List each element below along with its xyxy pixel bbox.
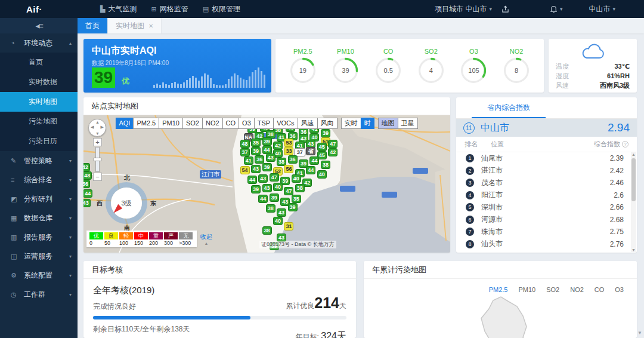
station-marker[interactable]: 43	[258, 174, 268, 183]
pan-down-icon[interactable]: ▼	[95, 131, 100, 136]
station-marker[interactable]: 42	[273, 142, 283, 150]
station-marker[interactable]: 43	[83, 199, 91, 207]
station-marker[interactable]: 38	[321, 161, 330, 169]
nav-item[interactable]: ▤权限管理	[196, 0, 247, 18]
sidebar-group[interactable]: ⚙系统配置▾	[0, 266, 78, 285]
map-pollutant-button[interactable]: PM2.5	[133, 118, 159, 129]
station-map[interactable]: AQIPM2.5PM10SO2NO2COO3TSPVOCs风速风向实时时地图卫星…	[83, 115, 450, 253]
ranking-row[interactable]: 3茂名市2.46	[456, 177, 637, 189]
station-marker[interactable]: 47	[328, 140, 338, 148]
tab-close-icon[interactable]: ✕	[148, 23, 153, 29]
station-marker[interactable]: 43	[262, 184, 272, 192]
zoom-track[interactable]	[95, 147, 100, 172]
map-pollutant-button[interactable]: 风速	[298, 118, 318, 129]
pollutant-tab[interactable]: PM10	[518, 286, 535, 293]
ranking-row[interactable]: 5深圳市2.66	[456, 201, 637, 214]
station-marker[interactable]: 40	[273, 183, 283, 191]
pollutant-tab[interactable]: NO2	[570, 286, 584, 293]
station-marker[interactable]: 44	[258, 195, 268, 203]
sidebar-group[interactable]: ◩分析研判▾	[0, 189, 78, 208]
station-marker[interactable]: 39	[321, 129, 330, 137]
scroll-up-icon[interactable]: ▲	[631, 152, 636, 156]
station-marker[interactable]: 47	[284, 187, 293, 195]
sidebar-group[interactable]: ▦数据仓库▾	[0, 208, 78, 228]
station-marker[interactable]: 44	[309, 156, 319, 165]
scroll-down-icon[interactable]: ▼	[631, 248, 636, 252]
station-marker[interactable]: 37	[240, 148, 250, 156]
station-marker[interactable]: 36	[288, 155, 298, 164]
station-marker[interactable]: 39	[251, 147, 261, 155]
station-marker[interactable]: 43	[266, 153, 275, 162]
map-pollutant-button[interactable]: 风向	[317, 118, 338, 129]
pollutant-tab[interactable]: CO	[595, 286, 605, 293]
map-pollutant-button[interactable]: O3	[239, 118, 255, 129]
station-marker[interactable]: 39	[270, 193, 279, 202]
sidebar-item[interactable]: 实时地图	[0, 92, 78, 112]
station-marker[interactable]: 42	[83, 163, 90, 171]
station-marker[interactable]: 56	[83, 180, 90, 188]
map-pollutant-button[interactable]: CO	[222, 118, 240, 129]
station-marker[interactable]: 45	[317, 143, 327, 151]
station-marker[interactable]: 54	[240, 166, 250, 174]
station-marker[interactable]: 42	[328, 148, 338, 156]
help-icon[interactable]: ?	[622, 141, 628, 148]
sidebar-group[interactable]: ✎管控策略▾	[0, 151, 78, 170]
station-marker[interactable]: 38	[262, 226, 272, 235]
ranking-row[interactable]: 7珠海市2.75	[456, 226, 637, 238]
map-time-button[interactable]: 时	[361, 118, 374, 129]
station-marker[interactable]: 40	[292, 174, 301, 183]
pollutant-tab[interactable]: PM2.5	[489, 286, 508, 293]
station-marker[interactable]: 38	[266, 204, 275, 213]
station-marker[interactable]: 33	[284, 147, 293, 155]
sidebar-item[interactable]: 污染日历	[0, 131, 78, 151]
scroll-down-icon[interactable]: ▼	[637, 330, 642, 336]
map-pollutant-button[interactable]: NO2	[202, 118, 223, 129]
station-marker[interactable]: 40	[273, 217, 283, 225]
station-marker[interactable]: 39	[251, 185, 261, 193]
tab[interactable]: 实时地图✕	[108, 18, 162, 33]
station-marker[interactable]: 56	[284, 165, 293, 173]
legend-collapse-button[interactable]: 收起 ▲	[200, 233, 212, 245]
pan-up-icon[interactable]: ▲	[95, 120, 100, 124]
user-city-dropdown[interactable]: 中山市 ▾	[589, 4, 615, 14]
station-marker[interactable]: 39	[262, 163, 272, 171]
sidebar-group[interactable]: ▥报告服务▾	[0, 228, 78, 247]
sidebar-collapse-button[interactable]: ◂≡	[35, 21, 42, 30]
ranking-row[interactable]: 6河源市2.68	[456, 214, 637, 226]
map-pollutant-button[interactable]: AQI	[115, 118, 134, 129]
map-pollutant-button[interactable]: PM10	[159, 118, 183, 129]
station-marker[interactable]: 44	[306, 166, 315, 174]
station-marker[interactable]: 48	[240, 140, 250, 148]
ranking-row[interactable]: 4阳江市2.6	[456, 189, 637, 202]
map-time-button[interactable]: 实时	[341, 118, 361, 129]
station-marker[interactable]: 38	[295, 184, 305, 192]
tab[interactable]: 首页	[78, 18, 108, 33]
export-button[interactable]	[501, 5, 509, 13]
station-marker[interactable]: 47	[270, 173, 279, 182]
station-marker[interactable]: 39	[288, 203, 298, 211]
map-layer-button[interactable]: 卫星	[398, 118, 418, 129]
map-pollutant-button[interactable]: SO2	[182, 118, 203, 129]
pollutant-tab[interactable]: O3	[615, 286, 624, 293]
station-marker[interactable]: 35	[251, 139, 261, 147]
pan-control[interactable]: ▲ ▼ ◀ ▶	[88, 119, 106, 137]
sidebar-item[interactable]: 实时数据	[0, 72, 78, 92]
nav-item[interactable]: ▙大气监测	[93, 0, 144, 18]
station-marker[interactable]: 39	[262, 137, 272, 146]
pollutant-tab[interactable]: SO2	[546, 286, 559, 293]
map-pollutant-button[interactable]: TSP	[254, 118, 274, 129]
pan-left-icon[interactable]: ◀	[91, 125, 94, 130]
zoom-in-button[interactable]: +	[93, 138, 102, 146]
ranking-row[interactable]: 2湛江市2.42	[456, 165, 637, 177]
station-marker[interactable]: 53	[284, 139, 293, 147]
station-marker[interactable]: 44	[262, 146, 272, 154]
station-marker[interactable]: 44	[247, 176, 257, 184]
ranking-row[interactable]: 8汕头市2.76	[456, 238, 637, 251]
station-marker[interactable]: 省	[306, 147, 315, 155]
scrollbar[interactable]: ▲▼	[631, 152, 636, 252]
zoom-handle[interactable]	[94, 158, 101, 161]
station-marker[interactable]: 35	[292, 195, 301, 203]
station-marker[interactable]: 31	[284, 222, 293, 231]
sidebar-group[interactable]: ◫运营服务▾	[0, 247, 78, 266]
notification-dropdown[interactable]: ▾	[550, 5, 563, 13]
